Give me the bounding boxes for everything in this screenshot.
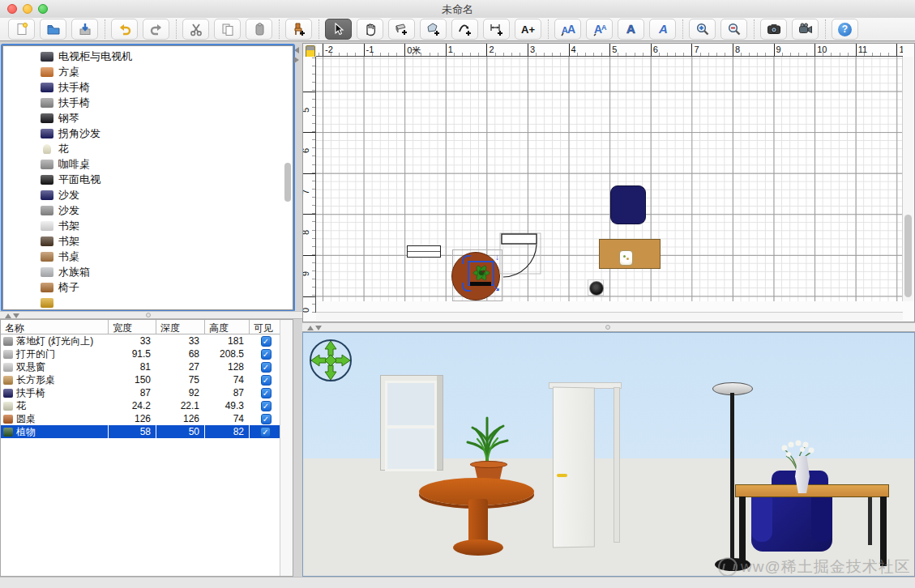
plan-floor-lamp[interactable]	[588, 279, 604, 296]
furniture-width: 91.5	[109, 347, 156, 360]
visible-checkbox[interactable]: ✓	[261, 362, 272, 373]
visible-checkbox[interactable]: ✓	[261, 349, 272, 360]
create-polylines-button[interactable]	[451, 19, 478, 40]
catalog-item[interactable]: 花	[3, 141, 293, 156]
text-size-down-button[interactable]: AA	[554, 19, 581, 40]
toolbar-separator	[279, 19, 280, 39]
column-header[interactable]: 高度	[205, 320, 250, 334]
furniture-row[interactable]: 落地灯 (灯光向上)3333181✓	[1, 334, 293, 347]
plan-window[interactable]	[407, 245, 441, 258]
redo-button[interactable]	[143, 19, 169, 40]
catalog-item[interactable]: 沙发	[3, 202, 293, 218]
view-3d-panel[interactable]: ww@稀土掘金技术社区	[302, 332, 915, 577]
splitter-grip[interactable]	[605, 325, 610, 330]
furniture-row[interactable]: 长方形桌1507574✓	[1, 373, 293, 386]
furniture-row[interactable]: 扶手椅879287✓	[1, 386, 293, 399]
photo-button[interactable]	[760, 19, 787, 40]
plan-horizontal-scrollbar[interactable]	[316, 312, 903, 321]
visible-checkbox[interactable]: ✓	[261, 401, 272, 411]
open-button[interactable]	[40, 19, 66, 40]
visible-checkbox[interactable]: ✓	[261, 336, 272, 347]
cut-button[interactable]	[182, 19, 209, 40]
catalog-item[interactable]	[3, 295, 293, 310]
zoom-in-button[interactable]	[689, 19, 716, 40]
video-button[interactable]	[792, 19, 819, 40]
add-furniture-button[interactable]	[285, 19, 312, 40]
window-title: 未命名	[0, 2, 915, 17]
text-size-up-button[interactable]: AA	[586, 19, 613, 40]
visible-checkbox[interactable]: ✓	[260, 427, 271, 437]
plan-rect-table[interactable]	[599, 239, 661, 269]
create-rooms-button[interactable]	[420, 19, 447, 40]
catalog-item[interactable]: 扶手椅	[3, 95, 293, 110]
column-header[interactable]: 宽度	[109, 320, 156, 334]
plan-canvas[interactable]: ↓↘	[316, 57, 903, 301]
catalog-item[interactable]: 书架	[3, 218, 293, 233]
paste-button[interactable]	[246, 19, 272, 40]
italic-button[interactable]: A	[649, 19, 676, 40]
zoom-out-button[interactable]	[720, 19, 747, 40]
undo-button[interactable]	[111, 19, 138, 40]
catalog-item[interactable]: 扶手椅	[3, 79, 293, 95]
collapse-down-icon[interactable]	[13, 313, 19, 318]
furniture-depth: 50	[156, 425, 205, 438]
visible-checkbox[interactable]: ✓	[261, 375, 272, 386]
bold-icon: A	[623, 21, 639, 37]
catalog-item[interactable]: 椅子	[3, 279, 293, 295]
left-horizontal-splitter[interactable]	[0, 311, 302, 319]
new-button[interactable]	[8, 19, 35, 40]
bold-button[interactable]: A	[618, 19, 644, 40]
plan-armchair[interactable]	[610, 185, 646, 224]
plan-door[interactable]	[499, 232, 544, 280]
select-button[interactable]	[325, 19, 352, 40]
furniture-row[interactable]: 打开的门91.568208.5✓	[1, 347, 293, 360]
visible-checkbox[interactable]: ✓	[261, 414, 272, 424]
catalog-item[interactable]: 水族箱	[3, 264, 293, 279]
add-text-button[interactable]: A+	[515, 19, 541, 40]
catalog-item[interactable]: 钢琴	[3, 110, 293, 126]
catalog-item[interactable]: 沙发	[3, 187, 293, 202]
furniture-row[interactable]: 花24.222.149.3✓	[1, 399, 293, 412]
furniture-catalog-panel[interactable]: 电视柜与电视机方桌扶手椅扶手椅钢琴拐角沙发花咖啡桌平面电视沙发沙发书架书架书桌水…	[2, 45, 293, 310]
collapse-up-icon[interactable]	[5, 313, 11, 318]
furniture-row[interactable]: 圆桌12612674✓	[1, 412, 293, 425]
help-button[interactable]: ?	[832, 19, 858, 40]
catalog-item[interactable]: 方桌	[3, 64, 293, 79]
catalog-item-label: 咖啡桌	[58, 157, 90, 172]
collapse-right-icon[interactable]	[294, 57, 299, 63]
catalog-item[interactable]: 咖啡桌	[3, 156, 293, 172]
column-header[interactable]: 名称	[1, 320, 109, 334]
plan-selected-plant[interactable]: ↓↘	[468, 261, 494, 286]
collapse-down-icon[interactable]	[315, 326, 322, 330]
navigation-compass-3d[interactable]	[309, 339, 353, 382]
copy-button[interactable]	[214, 19, 241, 40]
catalog-item[interactable]: 书桌	[3, 249, 293, 264]
visible-checkbox[interactable]: ✓	[261, 388, 272, 398]
save-button[interactable]	[71, 19, 98, 40]
furniture-row[interactable]: 植物585082✓	[1, 425, 293, 438]
furniture-row[interactable]: 双悬窗8127128✓	[1, 360, 293, 373]
plan-vertical-scrollbar[interactable]	[902, 57, 913, 301]
plan-vertical-scrollbar-thumb[interactable]	[904, 215, 912, 297]
column-header[interactable]: 深度	[156, 320, 205, 334]
column-header[interactable]: 可见	[250, 320, 282, 334]
catalog-item[interactable]: 平面电视	[3, 172, 293, 187]
name-handle-icon[interactable]	[462, 283, 471, 292]
catalog-item-label: 书桌	[58, 249, 79, 264]
collapse-up-icon[interactable]	[307, 326, 314, 330]
catalog-item[interactable]: 书架	[3, 233, 293, 249]
create-dimensions-button[interactable]	[483, 19, 510, 40]
resize-handle-icon[interactable]: ↘	[494, 284, 500, 293]
catalog-item[interactable]: 拐角沙发	[3, 126, 293, 141]
catalog-scrollbar-thumb[interactable]	[284, 163, 291, 202]
vertical-splitter-collapse-buttons[interactable]	[294, 46, 301, 67]
collapse-left-icon[interactable]	[294, 47, 299, 53]
furniture-table-header[interactable]: 名称宽度深度高度可见	[1, 320, 293, 334]
plan-3d-splitter[interactable]	[302, 322, 915, 332]
catalog-item[interactable]: 电视柜与电视机	[3, 49, 293, 64]
rotate-handle-icon[interactable]	[462, 255, 471, 264]
splitter-grip[interactable]	[146, 313, 151, 317]
furniture-table-scrollbar-track[interactable]	[280, 320, 293, 576]
pan-button[interactable]	[357, 19, 383, 40]
create-walls-button[interactable]	[388, 19, 415, 40]
